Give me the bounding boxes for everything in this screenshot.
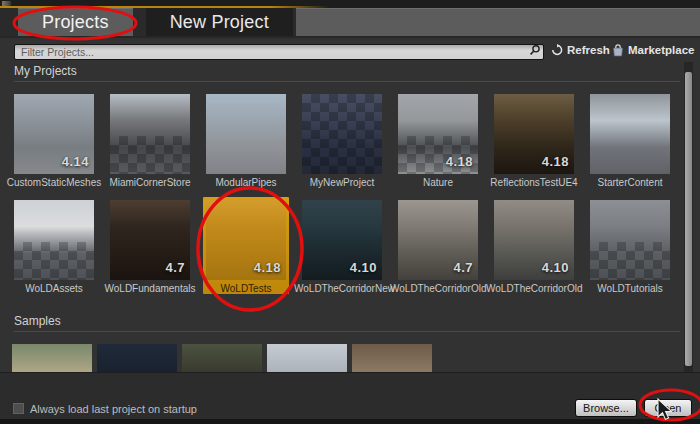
engine-version-badge: 4.7	[453, 260, 473, 275]
always-load-checkbox[interactable]	[13, 403, 24, 414]
project-thumbnail: 4.18	[206, 200, 286, 280]
project-tile[interactable]: StarterContent	[587, 91, 673, 188]
refresh-icon	[551, 44, 563, 56]
tab-new-project-label: New Project	[170, 12, 269, 33]
scrollbar-track[interactable]	[684, 62, 693, 372]
project-tile[interactable]: 4.7WoLDFundamentals	[107, 197, 193, 294]
project-name-label: ModularPipes	[198, 177, 294, 188]
tab-strip-filler	[296, 8, 700, 36]
toolbar: Refresh Marketplace	[0, 40, 700, 62]
filter-projects-input[interactable]	[14, 44, 544, 60]
project-tile[interactable]: 4.18ReflectionsTestUE4	[491, 91, 577, 188]
project-tile[interactable]: 4.18Nature	[395, 91, 481, 188]
sample-thumbnail[interactable]	[267, 344, 347, 372]
project-name-label: WoLDFundamentals	[102, 283, 198, 294]
project-tile[interactable]: MiamiCornerStore	[107, 91, 193, 188]
project-tile[interactable]: MyNewProject	[299, 91, 385, 188]
project-name-label: WoLDTests	[198, 283, 294, 294]
project-tile[interactable]: 4.14CustomStaticMeshes	[11, 91, 97, 188]
marketplace-button[interactable]: Marketplace	[612, 41, 694, 59]
engine-version-badge: 4.18	[446, 154, 473, 169]
always-load-label: Always load last project on startup	[30, 403, 197, 415]
project-name-label: WoLDAssets	[6, 283, 102, 294]
open-button[interactable]: Open	[644, 399, 692, 417]
engine-version-badge: 4.10	[350, 260, 377, 275]
project-thumbnail: 4.18	[494, 94, 574, 174]
engine-version-badge: 4.18	[542, 154, 569, 169]
tab-spacer	[0, 8, 18, 36]
project-name-label: WoLDTheCorridorNew	[294, 283, 390, 294]
sample-thumbnail[interactable]	[97, 344, 177, 372]
my-projects-grid: 4.14CustomStaticMeshesMiamiCornerStoreMo…	[0, 91, 700, 294]
project-name-label: ReflectionsTestUE4	[486, 177, 582, 188]
footer-bar: Always load last project on startup Brow…	[0, 372, 700, 424]
scrollbar-thumb[interactable]	[685, 72, 692, 366]
project-thumbnail: 4.18	[398, 94, 478, 174]
project-browser-window: Projects New Project Refresh	[0, 0, 700, 424]
project-name-label: Nature	[390, 177, 486, 188]
tab-strip-shadow	[0, 36, 700, 38]
search-icon	[529, 44, 541, 56]
my-projects-header: My Projects	[14, 64, 680, 82]
project-thumbnail: 4.7	[398, 200, 478, 280]
sample-thumbnail[interactable]	[182, 344, 262, 372]
project-thumbnail	[110, 94, 190, 174]
engine-version-badge: 4.10	[542, 260, 569, 275]
tab-new-project[interactable]: New Project	[146, 8, 293, 36]
project-thumbnail	[590, 94, 670, 174]
project-thumbnail	[206, 94, 286, 174]
samples-row	[0, 344, 700, 372]
project-thumbnail	[302, 94, 382, 174]
browse-button[interactable]: Browse...	[575, 399, 637, 417]
tab-strip: Projects New Project	[0, 8, 700, 36]
project-tile[interactable]: WoLDTutorials	[587, 197, 673, 294]
project-name-label: MiamiCornerStore	[102, 177, 198, 188]
project-thumbnail: 4.10	[302, 200, 382, 280]
project-grid-row: 4.14CustomStaticMeshesMiamiCornerStoreMo…	[0, 91, 700, 188]
project-list-area: My Projects 4.14CustomStaticMeshesMiamiC…	[0, 62, 700, 372]
project-name-label: CustomStaticMeshes	[6, 177, 102, 188]
sample-thumbnail[interactable]	[12, 344, 92, 372]
project-name-label: StarterContent	[582, 177, 678, 188]
project-thumbnail	[14, 200, 94, 280]
engine-version-badge: 4.7	[165, 260, 185, 275]
marketplace-bag-icon	[612, 44, 624, 57]
project-thumbnail: 4.7	[110, 200, 190, 280]
marketplace-label: Marketplace	[628, 44, 694, 56]
refresh-label: Refresh	[567, 44, 610, 56]
engine-version-badge: 4.18	[254, 260, 281, 275]
project-tile[interactable]: 4.10WoLDTheCorridorNew	[299, 197, 385, 294]
project-name-label: WoLDTutorials	[582, 283, 678, 294]
project-name-label: WoLDTheCorridorOld	[486, 283, 582, 294]
sample-thumbnail[interactable]	[352, 344, 432, 372]
project-thumbnail: 4.14	[14, 94, 94, 174]
project-tile[interactable]: 4.7WoLDTheCorridorOld	[395, 197, 481, 294]
tab-projects[interactable]: Projects	[18, 8, 133, 36]
project-tile[interactable]: 4.10WoLDTheCorridorOld	[491, 197, 577, 294]
engine-version-badge: 4.14	[62, 154, 89, 169]
project-thumbnail	[590, 200, 670, 280]
samples-header: Samples	[14, 314, 680, 332]
project-tile[interactable]: WoLDAssets	[11, 197, 97, 294]
project-tile-selected[interactable]: 4.18WoLDTests	[203, 197, 289, 294]
project-thumbnail: 4.10	[494, 200, 574, 280]
tab-projects-label: Projects	[42, 12, 109, 33]
project-name-label: WoLDTheCorridorOld	[390, 283, 486, 294]
project-grid-row: WoLDAssets4.7WoLDFundamentals4.18WoLDTes…	[0, 197, 700, 294]
project-tile[interactable]: ModularPipes	[203, 91, 289, 188]
project-name-label: MyNewProject	[294, 177, 390, 188]
refresh-button[interactable]: Refresh	[551, 41, 610, 59]
